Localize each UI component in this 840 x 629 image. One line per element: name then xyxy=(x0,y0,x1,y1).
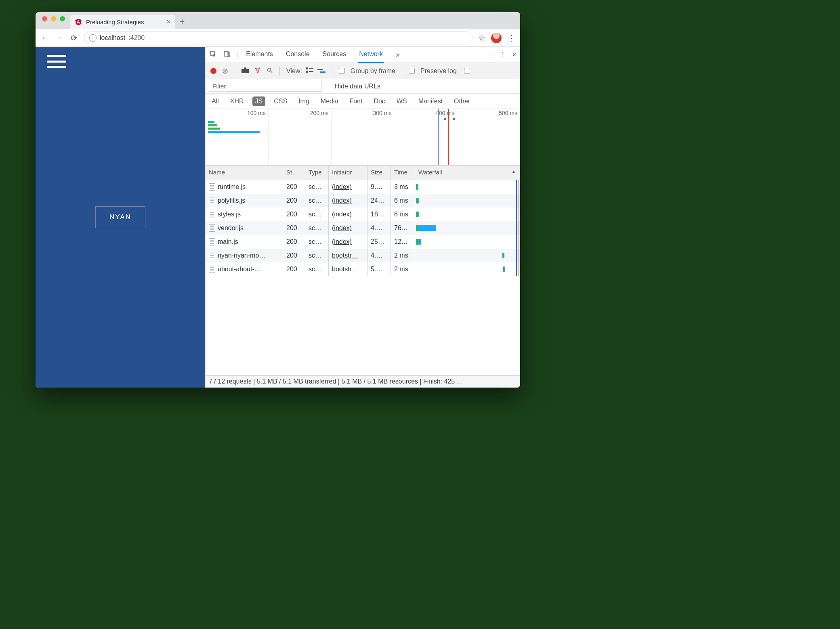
devtools-settings-button[interactable]: ⋮ xyxy=(500,51,506,59)
col-name[interactable]: Name xyxy=(206,166,283,180)
request-size: 5.… xyxy=(368,262,391,276)
col-initiator[interactable]: Initiator xyxy=(329,166,368,180)
type-filter-img[interactable]: Img xyxy=(296,96,312,106)
content-area: NYAN | Elements Console Sources Network … xyxy=(36,47,520,388)
network-toolbar: ⊘ View: xyxy=(206,63,520,79)
file-icon xyxy=(209,266,215,273)
col-size[interactable]: Size xyxy=(368,166,391,180)
col-status[interactable]: St… xyxy=(283,166,305,180)
request-status: 200 xyxy=(283,194,305,208)
col-time[interactable]: Time xyxy=(391,166,415,180)
site-info-icon[interactable]: i xyxy=(89,34,97,42)
file-icon xyxy=(209,238,215,245)
clear-button[interactable]: ⊘ xyxy=(222,67,228,75)
tab-sources[interactable]: Sources xyxy=(322,46,347,63)
timeline-overview[interactable]: 100 ms200 ms300 ms400 ms500 ms xyxy=(206,109,520,166)
browser-menu-button[interactable]: ⋮ xyxy=(507,33,515,43)
svg-rect-11 xyxy=(309,68,313,69)
close-window-button[interactable] xyxy=(42,16,47,21)
minimize-window-button[interactable] xyxy=(51,16,56,21)
tab-console[interactable]: Console xyxy=(285,46,311,63)
request-type: sc… xyxy=(305,180,329,194)
close-tab-button[interactable]: × xyxy=(166,18,171,26)
type-filter-font[interactable]: Font xyxy=(346,96,365,106)
browser-tab[interactable]: Preloading Strategies × xyxy=(70,15,175,29)
maximize-window-button[interactable] xyxy=(60,16,65,21)
sort-arrow-icon: ▲ xyxy=(511,169,516,174)
request-initiator[interactable]: (index) xyxy=(329,180,368,194)
table-row[interactable]: main.js200sc…(index)25…12… xyxy=(206,235,520,249)
screenshot-icon[interactable] xyxy=(242,67,249,75)
device-toolbar-icon[interactable] xyxy=(224,50,231,59)
svg-rect-5 xyxy=(242,69,249,73)
type-filter-manifest[interactable]: Manifest xyxy=(416,96,445,106)
filter-input[interactable] xyxy=(209,81,322,92)
request-initiator[interactable]: bootstr… xyxy=(329,262,368,276)
request-name: styles.js xyxy=(218,211,241,218)
hamburger-menu-button[interactable] xyxy=(47,55,66,68)
file-icon xyxy=(209,252,215,259)
preserve-log-checkbox[interactable] xyxy=(409,68,415,74)
table-row[interactable]: styles.js200sc…(index)18…6 ms xyxy=(206,208,520,221)
request-waterfall xyxy=(415,180,520,194)
forward-button[interactable]: → xyxy=(55,33,64,42)
table-row[interactable]: vendor.js200sc…(index)4.…76… xyxy=(206,221,520,235)
filter-icon[interactable] xyxy=(254,67,261,75)
group-by-frame-checkbox[interactable] xyxy=(339,68,345,74)
devtools-tabs: Elements Console Sources Network » xyxy=(245,46,401,63)
nyan-button[interactable]: NYAN xyxy=(95,206,145,228)
table-row[interactable]: runtime.js200sc…(index)9.…3 ms xyxy=(206,180,520,194)
back-button[interactable]: ← xyxy=(40,33,49,42)
file-icon xyxy=(209,183,215,191)
bookmark-star-icon[interactable]: ☆ xyxy=(478,33,485,43)
table-row[interactable]: polyfills.js200sc…(index)24…6 ms xyxy=(206,194,520,208)
type-filter-media[interactable]: Media xyxy=(318,96,341,106)
col-type[interactable]: Type xyxy=(305,166,329,180)
truncated-checkbox[interactable] xyxy=(464,68,470,74)
svg-rect-12 xyxy=(309,71,313,72)
request-time: 3 ms xyxy=(391,180,415,194)
reload-button[interactable]: ⟳ xyxy=(69,33,78,43)
type-filter-xhr[interactable]: XHR xyxy=(227,96,247,106)
request-initiator[interactable]: (index) xyxy=(329,221,368,235)
request-initiator[interactable]: (index) xyxy=(329,208,368,221)
request-type: sc… xyxy=(305,235,329,249)
type-filter-other[interactable]: Other xyxy=(451,96,473,106)
inspect-element-icon[interactable] xyxy=(210,50,216,59)
request-type: sc… xyxy=(305,208,329,221)
request-time: 76… xyxy=(391,221,415,235)
profile-avatar[interactable] xyxy=(491,33,502,43)
titlebar: Preloading Strategies × + xyxy=(36,12,520,29)
devtools-close-button[interactable]: × xyxy=(512,51,516,59)
request-size: 25… xyxy=(368,235,391,249)
type-filter-all[interactable]: All xyxy=(209,96,222,106)
request-initiator[interactable]: bootstr… xyxy=(329,249,368,262)
request-waterfall xyxy=(415,262,520,276)
table-row[interactable]: nyan-nyan-mo…200sc…bootstr…4.…2 ms xyxy=(206,249,520,262)
table-row[interactable]: about-about-…200sc…bootstr…5.…2 ms xyxy=(206,262,520,276)
type-filter-css[interactable]: CSS xyxy=(271,96,290,106)
address-bar: ← → ⟳ i localhost:4200 ☆ ⋮ xyxy=(36,29,520,47)
request-initiator[interactable]: (index) xyxy=(329,235,368,249)
view-waterfall-icon[interactable] xyxy=(317,68,326,74)
overview-tick: 300 ms xyxy=(373,110,391,116)
new-tab-button[interactable]: + xyxy=(175,15,189,29)
search-icon[interactable] xyxy=(267,67,273,75)
tab-network[interactable]: Network xyxy=(358,46,384,63)
tab-elements[interactable]: Elements xyxy=(245,46,274,63)
network-table: Name St… Type Initiator Size Time Waterf… xyxy=(206,166,520,388)
type-filter-doc[interactable]: Doc xyxy=(371,96,388,106)
record-button[interactable] xyxy=(210,68,216,74)
request-size: 18… xyxy=(368,208,391,221)
request-name: nyan-nyan-mo… xyxy=(218,252,265,259)
request-size: 4.… xyxy=(368,221,391,235)
col-waterfall[interactable]: Waterfall▲ xyxy=(415,166,520,180)
view-large-icon[interactable] xyxy=(306,67,313,75)
tabs-overflow-button[interactable]: » xyxy=(395,46,401,63)
type-filter-ws[interactable]: WS xyxy=(394,96,410,106)
file-icon xyxy=(209,224,215,232)
omnibox[interactable]: i localhost:4200 xyxy=(84,31,472,44)
type-filter-js[interactable]: JS xyxy=(252,96,266,106)
request-initiator[interactable]: (index) xyxy=(329,194,368,208)
request-time: 6 ms xyxy=(391,194,415,208)
